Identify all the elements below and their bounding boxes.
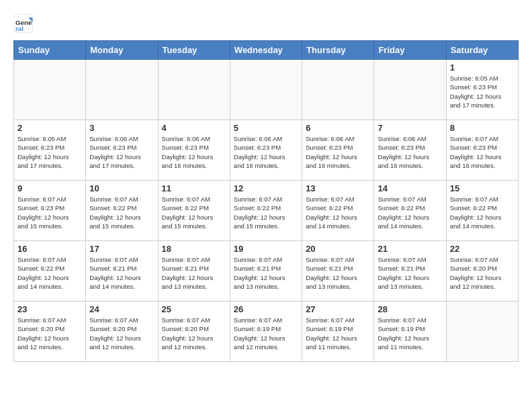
calendar-cell [374, 60, 446, 120]
day-header-wednesday: Wednesday [230, 41, 302, 60]
day-info: Sunrise: 6:07 AM Sunset: 6:22 PM Dayligh… [162, 195, 226, 230]
day-number: 9 [17, 183, 82, 193]
calendar-cell: 10Sunrise: 6:07 AM Sunset: 6:22 PM Dayli… [86, 181, 158, 241]
day-number: 24 [89, 304, 154, 314]
calendar-cell: 22Sunrise: 6:07 AM Sunset: 6:20 PM Dayli… [446, 241, 518, 302]
day-info: Sunrise: 6:07 AM Sunset: 6:22 PM Dayligh… [17, 255, 82, 291]
day-number: 14 [378, 183, 442, 193]
day-info: Sunrise: 6:07 AM Sunset: 6:21 PM Dayligh… [234, 255, 298, 291]
day-header-monday: Monday [86, 41, 158, 60]
calendar-cell: 11Sunrise: 6:07 AM Sunset: 6:22 PM Dayli… [158, 181, 230, 241]
calendar-cell: 9Sunrise: 6:07 AM Sunset: 6:23 PM Daylig… [14, 181, 86, 241]
calendar-cell: 14Sunrise: 6:07 AM Sunset: 6:22 PM Dayli… [374, 181, 446, 241]
day-number: 25 [162, 304, 226, 314]
calendar-table: SundayMondayTuesdayWednesdayThursdayFrid… [13, 40, 519, 362]
calendar-cell: 1Sunrise: 6:05 AM Sunset: 6:23 PM Daylig… [446, 60, 518, 120]
logo-icon: Gene ral [13, 13, 34, 34]
calendar-week-row: 1Sunrise: 6:05 AM Sunset: 6:23 PM Daylig… [14, 60, 519, 120]
day-info: Sunrise: 6:07 AM Sunset: 6:23 PM Dayligh… [17, 195, 82, 230]
day-info: Sunrise: 6:07 AM Sunset: 6:22 PM Dayligh… [450, 195, 515, 230]
day-header-thursday: Thursday [302, 41, 374, 60]
calendar-cell: 26Sunrise: 6:07 AM Sunset: 6:19 PM Dayli… [230, 302, 302, 362]
day-info: Sunrise: 6:07 AM Sunset: 6:22 PM Dayligh… [306, 195, 370, 230]
day-number: 12 [234, 183, 298, 193]
day-number: 15 [450, 183, 515, 193]
day-number: 22 [450, 244, 515, 254]
calendar-cell: 25Sunrise: 6:07 AM Sunset: 6:20 PM Dayli… [158, 302, 230, 362]
day-number: 23 [17, 304, 82, 314]
calendar-cell: 23Sunrise: 6:07 AM Sunset: 6:20 PM Dayli… [14, 302, 86, 362]
calendar-cell [14, 60, 86, 120]
day-number: 20 [306, 244, 370, 254]
day-number: 19 [234, 244, 298, 254]
calendar-cell: 19Sunrise: 6:07 AM Sunset: 6:21 PM Dayli… [230, 241, 302, 302]
calendar-cell: 5Sunrise: 6:06 AM Sunset: 6:23 PM Daylig… [230, 120, 302, 181]
calendar-week-row: 2Sunrise: 6:05 AM Sunset: 6:23 PM Daylig… [14, 120, 519, 181]
day-number: 3 [89, 123, 154, 133]
day-info: Sunrise: 6:07 AM Sunset: 6:21 PM Dayligh… [89, 255, 154, 291]
calendar-header-row: SundayMondayTuesdayWednesdayThursdayFrid… [14, 41, 519, 60]
calendar-cell: 16Sunrise: 6:07 AM Sunset: 6:22 PM Dayli… [14, 241, 86, 302]
calendar-cell: 3Sunrise: 6:06 AM Sunset: 6:23 PM Daylig… [86, 120, 158, 181]
day-info: Sunrise: 6:06 AM Sunset: 6:23 PM Dayligh… [89, 134, 154, 170]
calendar-cell: 4Sunrise: 6:06 AM Sunset: 6:23 PM Daylig… [158, 120, 230, 181]
day-info: Sunrise: 6:07 AM Sunset: 6:19 PM Dayligh… [306, 316, 370, 351]
logo: Gene ral [13, 13, 36, 34]
calendar-cell: 20Sunrise: 6:07 AM Sunset: 6:21 PM Dayli… [302, 241, 374, 302]
day-info: Sunrise: 6:07 AM Sunset: 6:20 PM Dayligh… [162, 316, 226, 351]
calendar-week-row: 9Sunrise: 6:07 AM Sunset: 6:23 PM Daylig… [14, 181, 519, 241]
day-header-tuesday: Tuesday [158, 41, 230, 60]
calendar-cell: 24Sunrise: 6:07 AM Sunset: 6:20 PM Dayli… [86, 302, 158, 362]
calendar-cell: 8Sunrise: 6:07 AM Sunset: 6:23 PM Daylig… [446, 120, 518, 181]
calendar-cell: 7Sunrise: 6:06 AM Sunset: 6:23 PM Daylig… [374, 120, 446, 181]
calendar-cell: 18Sunrise: 6:07 AM Sunset: 6:21 PM Dayli… [158, 241, 230, 302]
calendar-cell [302, 60, 374, 120]
day-number: 17 [89, 244, 154, 254]
day-number: 6 [306, 123, 370, 133]
day-info: Sunrise: 6:07 AM Sunset: 6:21 PM Dayligh… [306, 255, 370, 291]
calendar-cell: 28Sunrise: 6:07 AM Sunset: 6:19 PM Dayli… [374, 302, 446, 362]
day-info: Sunrise: 6:07 AM Sunset: 6:19 PM Dayligh… [378, 316, 442, 351]
calendar-cell: 12Sunrise: 6:07 AM Sunset: 6:22 PM Dayli… [230, 181, 302, 241]
day-info: Sunrise: 6:07 AM Sunset: 6:21 PM Dayligh… [162, 255, 226, 291]
svg-text:ral: ral [15, 25, 24, 32]
calendar-cell: 21Sunrise: 6:07 AM Sunset: 6:21 PM Dayli… [374, 241, 446, 302]
day-info: Sunrise: 6:07 AM Sunset: 6:22 PM Dayligh… [378, 195, 442, 230]
day-number: 2 [17, 123, 82, 133]
calendar-cell: 13Sunrise: 6:07 AM Sunset: 6:22 PM Dayli… [302, 181, 374, 241]
day-info: Sunrise: 6:07 AM Sunset: 6:20 PM Dayligh… [17, 316, 82, 351]
calendar-cell [230, 60, 302, 120]
day-info: Sunrise: 6:05 AM Sunset: 6:23 PM Dayligh… [450, 74, 515, 109]
day-info: Sunrise: 6:05 AM Sunset: 6:23 PM Dayligh… [17, 134, 82, 170]
calendar-cell: 6Sunrise: 6:06 AM Sunset: 6:23 PM Daylig… [302, 120, 374, 181]
day-header-friday: Friday [374, 41, 446, 60]
day-number: 16 [17, 244, 82, 254]
day-info: Sunrise: 6:06 AM Sunset: 6:23 PM Dayligh… [378, 134, 442, 170]
day-info: Sunrise: 6:07 AM Sunset: 6:21 PM Dayligh… [378, 255, 442, 291]
day-info: Sunrise: 6:06 AM Sunset: 6:23 PM Dayligh… [306, 134, 370, 170]
day-info: Sunrise: 6:07 AM Sunset: 6:19 PM Dayligh… [234, 316, 298, 351]
day-info: Sunrise: 6:07 AM Sunset: 6:22 PM Dayligh… [234, 195, 298, 230]
day-number: 18 [162, 244, 226, 254]
day-number: 4 [162, 123, 226, 133]
day-info: Sunrise: 6:07 AM Sunset: 6:20 PM Dayligh… [89, 316, 154, 351]
day-number: 21 [378, 244, 442, 254]
day-number: 13 [306, 183, 370, 193]
day-number: 1 [450, 62, 515, 73]
calendar-week-row: 16Sunrise: 6:07 AM Sunset: 6:22 PM Dayli… [14, 241, 519, 302]
calendar-week-row: 23Sunrise: 6:07 AM Sunset: 6:20 PM Dayli… [14, 302, 519, 362]
calendar-cell [446, 302, 518, 362]
day-info: Sunrise: 6:06 AM Sunset: 6:23 PM Dayligh… [162, 134, 226, 170]
day-number: 11 [162, 183, 226, 193]
day-info: Sunrise: 6:07 AM Sunset: 6:23 PM Dayligh… [450, 134, 515, 170]
day-header-sunday: Sunday [14, 41, 86, 60]
day-number: 27 [306, 304, 370, 314]
day-info: Sunrise: 6:07 AM Sunset: 6:22 PM Dayligh… [89, 195, 154, 230]
day-number: 28 [378, 304, 442, 314]
calendar-cell [158, 60, 230, 120]
day-number: 5 [234, 123, 298, 133]
calendar-cell: 17Sunrise: 6:07 AM Sunset: 6:21 PM Dayli… [86, 241, 158, 302]
page-header: Gene ral [13, 13, 519, 34]
calendar-cell [86, 60, 158, 120]
day-number: 7 [378, 123, 442, 133]
